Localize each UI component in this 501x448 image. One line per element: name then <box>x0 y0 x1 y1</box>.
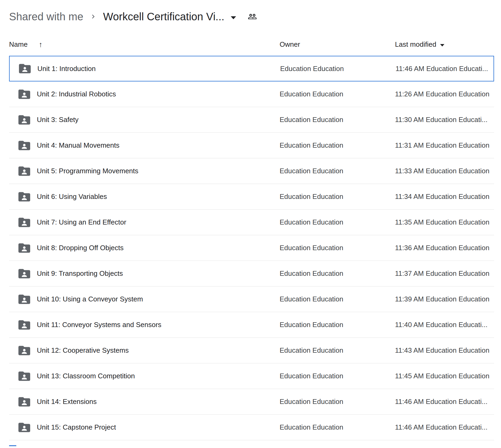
partial-focus-indicator <box>9 445 16 446</box>
table-header: Name ↑ Owner Last modified <box>0 33 501 56</box>
table-row[interactable]: Unit 9: Transporting Objects Education E… <box>9 261 494 286</box>
folder-last-modified: 11:30 AM Education Educati... <box>395 116 494 124</box>
folder-last-modified: 11:37 AM Education Education <box>395 269 494 278</box>
name-cell: Unit 10: Using a Conveyor System <box>9 294 280 304</box>
folder-name: Unit 9: Transporting Objects <box>37 269 123 278</box>
folder-name: Unit 5: Programming Movements <box>37 167 138 175</box>
column-header-owner[interactable]: Owner <box>280 40 395 49</box>
name-cell: Unit 3: Safety <box>9 115 280 125</box>
folder-last-modified: 11:39 AM Education Education <box>395 295 494 303</box>
breadcrumb: Shared with me Workcell Certification Vi… <box>0 0 501 33</box>
table-row[interactable]: Unit 7: Using an End Effector Education … <box>9 210 494 235</box>
table-row[interactable]: Unit 10: Using a Conveyor System Educati… <box>9 286 494 312</box>
folder-owner: Education Education <box>280 372 395 380</box>
table-row[interactable]: Unit 15: Capstone Project Education Educ… <box>9 415 494 440</box>
table-row[interactable]: Unit 11: Conveyor Systems and Sensors Ed… <box>9 312 494 338</box>
shared-folder-icon <box>18 397 30 407</box>
drive-file-browser: Shared with me Workcell Certification Vi… <box>0 0 501 440</box>
folder-last-modified: 11:45 AM Education Education <box>395 372 494 380</box>
name-cell: Unit 8: Dropping Off Objects <box>9 243 280 253</box>
shared-folder-icon <box>18 346 30 355</box>
table-row[interactable]: Unit 3: Safety Education Education 11:30… <box>9 107 494 133</box>
shared-folder-icon <box>18 269 30 278</box>
shared-folder-icon <box>18 192 30 202</box>
owner-column-label: Owner <box>280 40 300 49</box>
folder-name: Unit 10: Using a Conveyor System <box>37 295 143 303</box>
breadcrumb-current-folder[interactable]: Workcell Certification Vi... <box>103 10 224 23</box>
folder-owner: Education Education <box>280 398 395 406</box>
folder-last-modified: 11:36 AM Education Education <box>395 244 494 252</box>
folder-owner: Education Education <box>280 423 395 431</box>
shared-people-icon <box>248 12 257 21</box>
folder-owner: Education Education <box>280 192 395 201</box>
folder-last-modified: 11:46 AM Education Educati... <box>395 398 494 406</box>
folder-name: Unit 2: Industrial Robotics <box>37 90 116 98</box>
folder-name: Unit 11: Conveyor Systems and Sensors <box>37 321 161 329</box>
folder-owner: Education Education <box>280 65 396 73</box>
table-row[interactable]: Unit 8: Dropping Off Objects Education E… <box>9 235 494 261</box>
sort-ascending-arrow-icon: ↑ <box>39 40 42 49</box>
name-cell: Unit 11: Conveyor Systems and Sensors <box>9 320 280 330</box>
folder-owner: Education Education <box>280 244 395 252</box>
breadcrumb-shared-with-me[interactable]: Shared with me <box>9 10 83 23</box>
chevron-right-icon <box>89 13 97 21</box>
folder-name: Unit 1: Introduction <box>37 65 96 73</box>
folder-name: Unit 13: Classroom Competition <box>37 372 135 380</box>
table-row[interactable]: Unit 12: Cooperative Systems Education E… <box>9 338 494 363</box>
name-cell: Unit 15: Capstone Project <box>9 423 280 432</box>
folder-last-modified: 11:46 AM Education Educati... <box>395 423 494 431</box>
shared-folder-icon <box>18 166 30 176</box>
table-row[interactable]: Unit 4: Manual Movements Education Educa… <box>9 133 494 158</box>
last-modified-column-label: Last modified <box>395 40 436 49</box>
shared-folder-icon <box>18 218 30 227</box>
folder-last-modified: 11:31 AM Education Education <box>395 141 494 150</box>
folder-name: Unit 7: Using an End Effector <box>37 218 126 226</box>
name-cell: Unit 14: Extensions <box>9 397 280 407</box>
shared-folder-icon <box>18 115 30 125</box>
folder-owner: Education Education <box>280 218 395 226</box>
folder-name: Unit 4: Manual Movements <box>37 141 119 150</box>
folder-menu-caret-icon[interactable] <box>231 16 236 19</box>
name-cell: Unit 7: Using an End Effector <box>9 218 280 227</box>
folder-last-modified: 11:40 AM Education Educati... <box>395 321 494 329</box>
folder-name: Unit 14: Extensions <box>37 398 97 406</box>
table-row[interactable]: Unit 13: Classroom Competition Education… <box>9 363 494 389</box>
shared-folder-icon <box>18 89 30 99</box>
shared-folder-icon <box>19 64 31 73</box>
name-cell: Unit 4: Manual Movements <box>9 141 280 150</box>
column-header-last-modified[interactable]: Last modified <box>395 40 501 49</box>
folder-name: Unit 12: Cooperative Systems <box>37 346 129 355</box>
folder-owner: Education Education <box>280 346 395 355</box>
name-cell: Unit 12: Cooperative Systems <box>9 346 280 355</box>
column-header-name[interactable]: Name ↑ <box>9 40 280 49</box>
table-row[interactable]: Unit 6: Using Variables Education Educat… <box>9 184 494 210</box>
folder-last-modified: 11:34 AM Education Education <box>395 192 494 201</box>
folder-owner: Education Education <box>280 116 395 124</box>
name-column-label: Name <box>9 40 28 49</box>
shared-folder-icon <box>18 320 30 330</box>
folder-last-modified: 11:26 AM Education Education <box>395 90 494 98</box>
folder-name: Unit 15: Capstone Project <box>37 423 116 431</box>
name-cell: Unit 13: Classroom Competition <box>9 371 280 381</box>
folder-owner: Education Education <box>280 269 395 278</box>
shared-folder-icon <box>18 371 30 381</box>
file-list: Unit 1: Introduction Education Education… <box>9 56 494 440</box>
sort-descending-caret-icon <box>440 44 444 46</box>
folder-last-modified: 11:46 AM Education Educati... <box>396 65 494 73</box>
table-row[interactable]: Unit 1: Introduction Education Education… <box>9 56 494 81</box>
shared-folder-icon <box>18 423 30 432</box>
folder-name: Unit 8: Dropping Off Objects <box>37 244 124 252</box>
table-row[interactable]: Unit 14: Extensions Education Education … <box>9 389 494 415</box>
folder-owner: Education Education <box>280 167 395 175</box>
folder-name: Unit 6: Using Variables <box>37 192 107 201</box>
table-row[interactable]: Unit 5: Programming Movements Education … <box>9 158 494 184</box>
folder-owner: Education Education <box>280 90 395 98</box>
folder-owner: Education Education <box>280 295 395 303</box>
folder-owner: Education Education <box>280 141 395 150</box>
folder-last-modified: 11:43 AM Education Education <box>395 346 494 355</box>
table-row[interactable]: Unit 2: Industrial Robotics Education Ed… <box>9 81 494 107</box>
folder-last-modified: 11:35 AM Education Education <box>395 218 494 226</box>
folder-owner: Education Education <box>280 321 395 329</box>
name-cell: Unit 1: Introduction <box>10 64 280 73</box>
name-cell: Unit 5: Programming Movements <box>9 166 280 176</box>
